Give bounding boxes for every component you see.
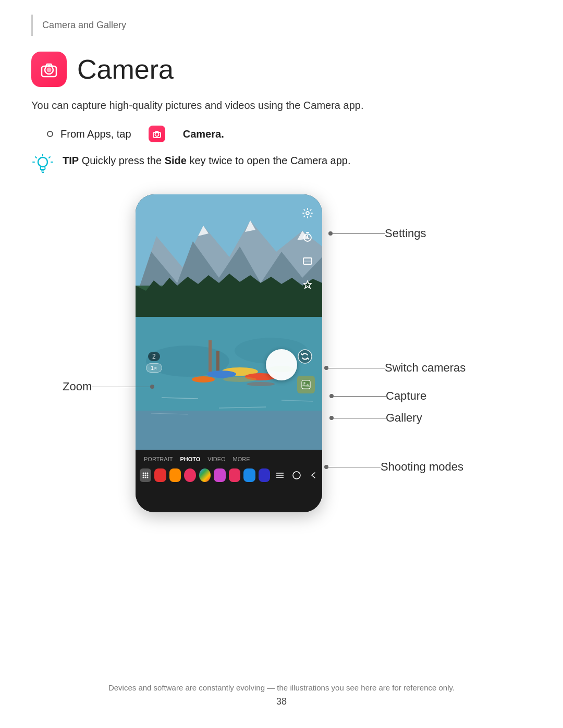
- dock-icon-8[interactable]: [259, 468, 270, 482]
- right-side-icons: [299, 205, 316, 293]
- svg-point-53: [147, 477, 149, 478]
- tip-label: TIP: [63, 155, 79, 166]
- annotation-label-capture: Capture: [386, 389, 426, 403]
- breadcrumb-bar: Camera and Gallery: [31, 15, 532, 36]
- bullet-circle-icon: [47, 131, 53, 137]
- nav-menu-icon[interactable]: [275, 471, 285, 480]
- dock-icon-1[interactable]: [154, 468, 166, 482]
- annotation-capture: Capture: [329, 389, 426, 403]
- svg-rect-4: [153, 132, 161, 138]
- page-title: Camera: [77, 54, 174, 85]
- annotation-line-settings: [333, 233, 385, 234]
- svg-point-57: [293, 472, 300, 479]
- camera-ui-overlay: 2 1×: [136, 194, 322, 450]
- dock-icon-5[interactable]: [214, 468, 225, 482]
- capture-button[interactable]: [266, 349, 297, 380]
- camera-bottom-bar: PORTRAIT PHOTO VIDEO MORE: [136, 451, 322, 512]
- settings-icon-cam[interactable]: [299, 205, 316, 221]
- svg-point-46: [145, 473, 146, 474]
- svg-point-45: [143, 473, 144, 474]
- annotation-shooting-modes: Shooting modes: [324, 460, 463, 474]
- mode-video[interactable]: VIDEO: [207, 456, 225, 462]
- dock-apps-icon[interactable]: [140, 468, 151, 482]
- page-title-row: Camera: [31, 52, 532, 87]
- diagram-area: 2 1× PORTRAIT PHOTO: [31, 194, 532, 549]
- annotation-dot-capture: [329, 394, 334, 398]
- dock-icon-4[interactable]: [199, 468, 211, 482]
- tip-text-after: key twice to open the Camera app.: [189, 155, 350, 166]
- shooting-modes-row: PORTRAIT PHOTO VIDEO MORE: [136, 451, 322, 465]
- svg-point-52: [145, 477, 146, 478]
- annotation-line-switch: [328, 368, 385, 368]
- svg-point-51: [143, 477, 144, 478]
- annotation-label-switch: Switch cameras: [385, 361, 466, 375]
- bullet-app-name: Camera.: [183, 128, 224, 140]
- mode-more[interactable]: MORE: [233, 456, 250, 462]
- footer-page-number: 38: [0, 696, 563, 707]
- tip-content: TIP Quickly press the Side key twice to …: [63, 153, 351, 168]
- svg-point-2: [47, 68, 52, 72]
- annotation-line-gallery: [334, 418, 386, 418]
- dock-icon-3[interactable]: [184, 468, 195, 482]
- mode-photo[interactable]: PHOTO: [180, 456, 200, 462]
- svg-point-3: [155, 133, 159, 137]
- svg-point-42: [298, 350, 312, 363]
- annotation-gallery: Gallery: [329, 411, 422, 425]
- annotation-label-shooting: Shooting modes: [381, 460, 463, 474]
- nav-bar-icons: [275, 471, 318, 480]
- svg-rect-43: [302, 380, 310, 389]
- zoom-level-2[interactable]: 2: [148, 352, 160, 361]
- svg-point-48: [143, 475, 144, 476]
- zoom-controls[interactable]: 2 1×: [146, 352, 162, 373]
- svg-point-50: [147, 475, 149, 476]
- intro-text: You can capture high-quality pictures an…: [31, 97, 532, 113]
- annotation-dot-zoom: [150, 385, 154, 389]
- annotation-line-shooting: [328, 467, 381, 467]
- dock-icon-6[interactable]: [229, 468, 240, 482]
- page-footer: Devices and software are constantly evol…: [0, 683, 563, 707]
- gallery-thumbnail[interactable]: [297, 376, 315, 393]
- annotation-zoom: Zoom: [63, 380, 154, 393]
- tip-row: TIP Quickly press the Side key twice to …: [31, 153, 532, 176]
- bullet-camera-icon: [149, 126, 165, 142]
- annotation-dot-shooting: [324, 465, 328, 469]
- annotation-line-zoom: [92, 387, 150, 387]
- annotation-label-settings: Settings: [385, 227, 426, 240]
- annotation-dot-gallery: [329, 416, 334, 420]
- svg-point-49: [145, 475, 146, 476]
- app-dock: [136, 465, 322, 485]
- annotation-settings: Settings: [328, 227, 426, 240]
- camera-viewfinder: 2 1×: [136, 194, 322, 450]
- annotation-label-gallery: Gallery: [386, 411, 422, 425]
- footer-note: Devices and software are constantly evol…: [0, 683, 563, 692]
- tip-text-before: Quickly press the: [82, 155, 165, 166]
- svg-line-10: [49, 157, 50, 158]
- annotation-dot-switch: [324, 366, 328, 370]
- annotation-line-capture: [334, 396, 386, 397]
- switch-cameras-button[interactable]: [295, 347, 315, 366]
- svg-point-5: [38, 157, 47, 167]
- timer-icon-cam[interactable]: [299, 229, 316, 245]
- breadcrumb: Camera and Gallery: [42, 20, 126, 30]
- svg-point-37: [306, 212, 309, 215]
- annotation-label-zoom: Zoom: [63, 380, 92, 393]
- ratio-icon-cam[interactable]: [299, 253, 316, 269]
- svg-point-44: [303, 382, 305, 384]
- camera-app-icon-large: [31, 52, 67, 87]
- nav-home-icon[interactable]: [292, 471, 301, 480]
- dock-icon-2[interactable]: [169, 468, 181, 482]
- annotation-switch: Switch cameras: [324, 361, 466, 375]
- svg-line-9: [35, 157, 36, 158]
- annotation-dot-settings: [328, 231, 333, 236]
- bullet-item: From Apps, tap Camera.: [47, 126, 532, 142]
- bullet-prefix: From Apps, tap: [60, 128, 131, 140]
- svg-point-47: [147, 473, 149, 474]
- effects-icon-cam[interactable]: [299, 277, 316, 293]
- mode-portrait[interactable]: PORTRAIT: [144, 456, 173, 462]
- nav-back-icon[interactable]: [309, 471, 318, 480]
- phone-mockup: 2 1× PORTRAIT PHOTO: [136, 194, 322, 512]
- lightbulb-icon: [31, 153, 54, 176]
- tip-bold-word: Side: [165, 155, 187, 166]
- dock-icon-7[interactable]: [243, 468, 255, 482]
- zoom-level-1x[interactable]: 1×: [146, 363, 162, 373]
